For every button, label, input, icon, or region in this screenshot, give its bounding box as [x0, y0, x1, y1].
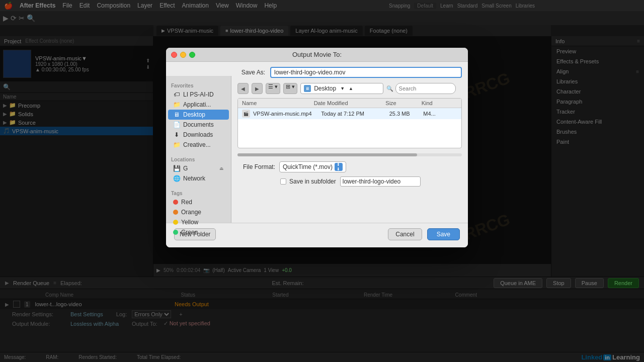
format-dropdown-arrow: ⬆⬇ [335, 163, 343, 171]
downloads-icon: ⬇ [173, 131, 180, 138]
sidebar-item-li-ps-ai-id[interactable]: 🏷 LI PS-AI-ID [168, 89, 229, 100]
sidebar-item-green[interactable]: Green [168, 227, 229, 237]
file-row-1[interactable]: 🎬 VPSW-anim-music.mp4 Today at 7:12 PM 2… [238, 108, 461, 119]
view-list-select[interactable]: ☰ ▾ [266, 83, 280, 94]
subfolder-label: Save in subfolder [289, 178, 336, 185]
dialog-titlebar: Output Movie To: [166, 48, 468, 62]
network-icon: 🌐 [173, 175, 180, 182]
desktop-icon: 🖥 [173, 111, 180, 118]
dialog-sidebar: Favorites 🏷 LI PS-AI-ID 📁 Applicati... 🖥… [166, 76, 231, 223]
sidebar-item-red[interactable]: Red [168, 197, 229, 207]
file-kind: M4... [423, 111, 457, 117]
subfolder-input[interactable] [340, 176, 421, 187]
nav-back-button[interactable]: ◀ [237, 83, 249, 94]
view-grid-select[interactable]: ⊞ ▾ [283, 83, 297, 94]
file-date: Today at 7:12 PM [321, 111, 389, 117]
sidebar-item-network[interactable]: 🌐 Network [168, 173, 229, 184]
file-list-area: Name Date Modified Size Kind 🎬 VPSW-anim… [237, 98, 462, 148]
scrollbar[interactable] [237, 153, 462, 156]
nav-forward-button[interactable]: ▶ [252, 83, 263, 94]
scrollbar-thumb [237, 153, 417, 156]
tags-label: Tags [166, 188, 231, 197]
file-type-icon: 🎬 [242, 110, 250, 118]
search-icon: 🔍 [386, 85, 393, 92]
file-col-size: Size [385, 100, 421, 106]
file-size: 25.3 MB [389, 111, 424, 117]
li-ps-ai-id-icon: 🏷 [173, 91, 180, 98]
file-format-dropdown[interactable]: QuickTime (*.mov) ⬆⬇ [279, 161, 346, 172]
subfolder-checkbox[interactable] [280, 178, 286, 185]
save-button[interactable]: Save [427, 228, 460, 240]
minimize-button[interactable] [180, 52, 186, 58]
sidebar-item-creative[interactable]: 📁 Creative... [168, 140, 229, 150]
sidebar-item-g-drive[interactable]: 💾 G ⏏ [168, 163, 229, 173]
orange-tag-icon [173, 210, 178, 215]
maximize-button[interactable] [189, 52, 195, 58]
dialog-overlay: Output Movie To: Favorites 🏷 LI PS-AI-ID… [0, 0, 644, 362]
location-up-icon: ▲ [349, 86, 353, 91]
footer-right-buttons: Cancel Save [388, 228, 460, 240]
sidebar-item-applications[interactable]: 📁 Applicati... [168, 100, 229, 110]
creative-icon: 📁 [173, 141, 180, 148]
location-down-icon: ▼ [340, 86, 345, 91]
locations-label: Locations [166, 154, 231, 163]
dialog-title: Output Movie To: [292, 51, 342, 58]
documents-icon: 📄 [173, 121, 180, 128]
sidebar-item-desktop[interactable]: 🖥 Desktop [168, 110, 229, 120]
file-format-label: File Format: [237, 163, 275, 170]
desktop-folder-icon: 🖥 [304, 85, 311, 92]
sidebar-item-yellow[interactable]: Yellow [168, 217, 229, 227]
location-dropdown[interactable]: 🖥 Desktop ▼ ▲ [300, 83, 383, 94]
save-as-label: Save As: [237, 69, 265, 76]
save-dialog: Output Movie To: Favorites 🏷 LI PS-AI-ID… [166, 48, 468, 247]
green-tag-icon [173, 230, 178, 235]
file-col-name: Name [242, 100, 314, 106]
dialog-content-area: Favorites 🏷 LI PS-AI-ID 📁 Applicati... 🖥… [166, 62, 468, 223]
sidebar-item-downloads[interactable]: ⬇ Downloads [168, 130, 229, 140]
applications-icon: 📁 [173, 101, 180, 108]
g-drive-eject-icon[interactable]: ⏏ [219, 166, 224, 171]
save-as-row: Save As: [237, 67, 462, 78]
dialog-main-content: Save As: ◀ ▶ ☰ ▾ ⊞ ▾ 🖥 Desktop ▼ ▲ [231, 62, 468, 223]
traffic-lights [171, 52, 195, 58]
search-input[interactable] [395, 83, 456, 94]
nav-row: ◀ ▶ ☰ ▾ ⊞ ▾ 🖥 Desktop ▼ ▲ 🔍 [237, 83, 462, 94]
red-tag-icon [173, 200, 178, 205]
location-name: Desktop [314, 85, 336, 92]
file-col-date: Date Modified [314, 100, 386, 106]
file-list-header: Name Date Modified Size Kind [238, 99, 461, 108]
cancel-button[interactable]: Cancel [388, 228, 422, 240]
close-button[interactable] [171, 52, 177, 58]
g-drive-icon: 💾 [173, 165, 180, 172]
yellow-tag-icon [173, 220, 178, 225]
save-as-input[interactable] [270, 67, 462, 78]
file-name: VPSW-anim-music.mp4 [253, 111, 321, 117]
sidebar-item-documents[interactable]: 📄 Documents [168, 120, 229, 130]
subfolder-row: Save in subfolder [237, 176, 462, 187]
format-row: File Format: QuickTime (*.mov) ⬆⬇ [237, 161, 462, 172]
sidebar-item-orange[interactable]: Orange [168, 207, 229, 217]
search-area: 🔍 [386, 83, 462, 94]
favorites-label: Favorites [166, 80, 231, 89]
file-col-kind: Kind [422, 100, 457, 106]
file-format-value: QuickTime (*.mov) [283, 163, 333, 170]
